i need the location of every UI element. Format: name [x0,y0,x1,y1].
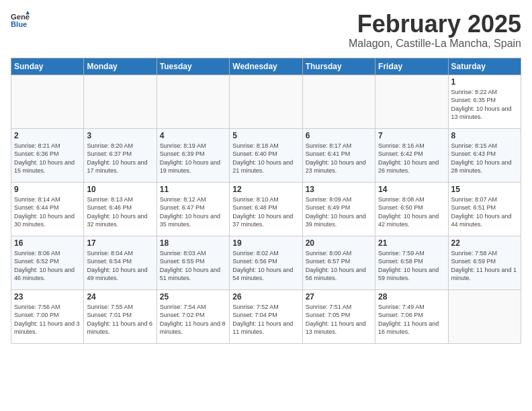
day-number: 5 [232,131,299,140]
day-number: 23 [14,292,81,302]
day-info: Sunrise: 8:16 AM Sunset: 6:42 PM Dayligh… [378,142,445,175]
calendar-table: SundayMondayTuesdayWednesdayThursdayFrid… [11,58,521,344]
day-info: Sunrise: 7:59 AM Sunset: 6:58 PM Dayligh… [378,249,445,283]
calendar-cell: 23Sunrise: 7:56 AM Sunset: 7:00 PM Dayli… [11,289,84,343]
calendar-cell: 26Sunrise: 7:52 AM Sunset: 7:04 PM Dayli… [230,289,302,343]
day-info: Sunrise: 8:08 AM Sunset: 6:50 PM Dayligh… [378,195,445,229]
title-area: February 2025 Malagon, Castille-La Manch… [349,11,521,50]
calendar-cell [11,75,84,128]
calendar-cell: 2Sunrise: 8:21 AM Sunset: 6:36 PM Daylig… [11,128,84,182]
location-title: Malagon, Castille-La Mancha, Spain [349,38,521,50]
day-info: Sunrise: 8:18 AM Sunset: 6:40 PM Dayligh… [232,142,299,175]
day-info: Sunrise: 8:20 AM Sunset: 6:37 PM Dayligh… [87,142,153,175]
day-info: Sunrise: 7:56 AM Sunset: 7:00 PM Dayligh… [14,303,81,336]
calendar-cell: 12Sunrise: 8:10 AM Sunset: 6:48 PM Dayli… [230,182,302,236]
day-number: 12 [232,185,299,194]
calendar-cell: 8Sunrise: 8:15 AM Sunset: 6:43 PM Daylig… [448,128,521,182]
calendar-cell: 3Sunrise: 8:20 AM Sunset: 6:37 PM Daylig… [84,128,157,182]
calendar-cell [84,75,157,128]
day-info: Sunrise: 8:15 AM Sunset: 6:43 PM Dayligh… [451,142,518,175]
day-number: 10 [87,185,153,194]
weekday-header-tuesday: Tuesday [157,58,229,75]
weekday-header-sunday: Sunday [11,58,84,75]
day-info: Sunrise: 7:52 AM Sunset: 7:04 PM Dayligh… [232,303,299,336]
logo: General Blue [11,11,30,30]
calendar-cell [448,289,521,343]
weekday-header-friday: Friday [375,58,448,75]
day-info: Sunrise: 8:13 AM Sunset: 6:46 PM Dayligh… [87,195,153,229]
weekday-header-monday: Monday [84,58,157,75]
day-number: 27 [306,292,372,302]
day-number: 18 [160,238,226,248]
day-number: 22 [451,238,518,248]
day-number: 20 [306,238,372,248]
day-number: 8 [451,131,518,140]
day-number: 21 [378,238,445,248]
day-number: 6 [306,131,372,140]
weekday-header-wednesday: Wednesday [230,58,302,75]
day-number: 13 [306,185,372,194]
calendar-cell: 1Sunrise: 8:22 AM Sunset: 6:35 PM Daylig… [448,75,521,128]
day-info: Sunrise: 8:12 AM Sunset: 6:47 PM Dayligh… [160,195,226,229]
calendar-week-row: 23Sunrise: 7:56 AM Sunset: 7:00 PM Dayli… [11,289,521,343]
day-number: 1 [451,77,518,87]
calendar-cell: 14Sunrise: 8:08 AM Sunset: 6:50 PM Dayli… [375,182,448,236]
day-info: Sunrise: 8:07 AM Sunset: 6:51 PM Dayligh… [451,195,518,229]
calendar-cell: 28Sunrise: 7:49 AM Sunset: 7:06 PM Dayli… [375,289,448,343]
day-number: 25 [160,292,226,302]
day-info: Sunrise: 7:58 AM Sunset: 6:59 PM Dayligh… [451,249,518,283]
day-info: Sunrise: 8:09 AM Sunset: 6:49 PM Dayligh… [306,195,372,229]
svg-text:Blue: Blue [11,20,27,28]
day-number: 4 [160,131,226,140]
calendar-week-row: 9Sunrise: 8:14 AM Sunset: 6:44 PM Daylig… [11,182,521,236]
calendar-cell: 10Sunrise: 8:13 AM Sunset: 6:46 PM Dayli… [84,182,157,236]
day-info: Sunrise: 8:03 AM Sunset: 6:55 PM Dayligh… [160,249,226,283]
day-info: Sunrise: 7:51 AM Sunset: 7:05 PM Dayligh… [306,303,372,336]
header: General Blue February 2025 Malagon, Cast… [11,11,521,50]
day-number: 9 [14,185,81,194]
calendar-cell: 25Sunrise: 7:54 AM Sunset: 7:02 PM Dayli… [157,289,229,343]
logo-icon: General Blue [11,11,30,30]
day-number: 19 [232,238,299,248]
calendar-cell: 5Sunrise: 8:18 AM Sunset: 6:40 PM Daylig… [230,128,302,182]
month-title: February 2025 [349,11,521,38]
day-number: 3 [87,131,153,140]
day-info: Sunrise: 8:14 AM Sunset: 6:44 PM Dayligh… [14,195,81,229]
day-number: 14 [378,185,445,194]
day-info: Sunrise: 8:19 AM Sunset: 6:39 PM Dayligh… [160,142,226,175]
day-number: 28 [378,292,445,302]
calendar-cell: 24Sunrise: 7:55 AM Sunset: 7:01 PM Dayli… [84,289,157,343]
day-info: Sunrise: 7:54 AM Sunset: 7:02 PM Dayligh… [160,303,226,336]
day-info: Sunrise: 8:04 AM Sunset: 6:54 PM Dayligh… [87,249,153,283]
weekday-header-saturday: Saturday [448,58,521,75]
calendar-cell: 15Sunrise: 8:07 AM Sunset: 6:51 PM Dayli… [448,182,521,236]
day-info: Sunrise: 8:02 AM Sunset: 6:56 PM Dayligh… [232,249,299,283]
calendar-cell: 22Sunrise: 7:58 AM Sunset: 6:59 PM Dayli… [448,236,521,289]
calendar-cell: 27Sunrise: 7:51 AM Sunset: 7:05 PM Dayli… [302,289,375,343]
day-info: Sunrise: 7:49 AM Sunset: 7:06 PM Dayligh… [378,303,445,336]
weekday-header-row: SundayMondayTuesdayWednesdayThursdayFrid… [11,58,521,75]
day-info: Sunrise: 8:21 AM Sunset: 6:36 PM Dayligh… [14,142,81,175]
day-number: 16 [14,238,81,248]
calendar-cell [375,75,448,128]
day-number: 15 [451,185,518,194]
day-info: Sunrise: 8:17 AM Sunset: 6:41 PM Dayligh… [306,142,372,175]
day-info: Sunrise: 8:22 AM Sunset: 6:35 PM Dayligh… [451,88,518,122]
calendar-cell: 18Sunrise: 8:03 AM Sunset: 6:55 PM Dayli… [157,236,229,289]
day-info: Sunrise: 8:00 AM Sunset: 6:57 PM Dayligh… [306,249,372,283]
day-number: 7 [378,131,445,140]
calendar-week-row: 2Sunrise: 8:21 AM Sunset: 6:36 PM Daylig… [11,128,521,182]
calendar-cell: 11Sunrise: 8:12 AM Sunset: 6:47 PM Dayli… [157,182,229,236]
calendar-cell: 6Sunrise: 8:17 AM Sunset: 6:41 PM Daylig… [302,128,375,182]
calendar-cell: 13Sunrise: 8:09 AM Sunset: 6:49 PM Dayli… [302,182,375,236]
calendar-cell: 17Sunrise: 8:04 AM Sunset: 6:54 PM Dayli… [84,236,157,289]
calendar-cell: 4Sunrise: 8:19 AM Sunset: 6:39 PM Daylig… [157,128,229,182]
calendar-cell [302,75,375,128]
calendar-cell [157,75,229,128]
day-info: Sunrise: 7:55 AM Sunset: 7:01 PM Dayligh… [87,303,153,336]
calendar-week-row: 1Sunrise: 8:22 AM Sunset: 6:35 PM Daylig… [11,75,521,128]
day-number: 2 [14,131,81,140]
weekday-header-thursday: Thursday [302,58,375,75]
calendar-cell [230,75,302,128]
day-number: 24 [87,292,153,302]
